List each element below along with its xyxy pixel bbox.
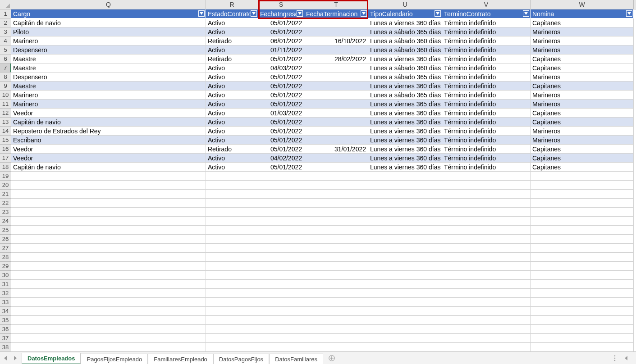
cell-S6[interactable]: 05/01/2022 [258, 55, 304, 64]
cell-Q35[interactable] [11, 316, 206, 325]
cell-W3[interactable]: Marineros [531, 27, 634, 36]
cell-R30[interactable] [206, 271, 258, 280]
cell-Q13[interactable]: Capitán de navío [11, 118, 206, 127]
row-header-28[interactable]: 28 [0, 253, 11, 262]
cell-T17[interactable] [304, 154, 368, 163]
cell-U36[interactable] [368, 325, 442, 334]
cell-V4[interactable]: Término indefinido [442, 36, 531, 46]
cell-W28[interactable] [531, 253, 634, 262]
cell-U9[interactable]: Lunes a viernes 360 días [368, 82, 442, 91]
cell-R13[interactable]: Activo [206, 118, 258, 127]
row-header-13[interactable]: 13 [0, 118, 11, 127]
cell-V8[interactable]: Término indefinido [442, 73, 531, 82]
cell-W19[interactable] [531, 172, 634, 181]
row-header-15[interactable]: 15 [0, 136, 11, 145]
cell-R2[interactable]: Activo [206, 18, 258, 27]
row-header-19[interactable]: 19 [0, 172, 11, 181]
cell-W17[interactable]: Capitanes [531, 154, 634, 163]
filter-dropdown-icon[interactable] [435, 10, 441, 17]
cell-V22[interactable] [442, 199, 531, 208]
row-header-2[interactable]: 2 [0, 18, 11, 27]
cell-W24[interactable] [531, 217, 634, 226]
cell-T34[interactable] [304, 307, 368, 316]
row-header-22[interactable]: 22 [0, 199, 11, 208]
cell-V34[interactable] [442, 307, 531, 316]
cell-U31[interactable] [368, 280, 442, 289]
cell-W12[interactable]: Capitanes [531, 109, 634, 118]
cell-R37[interactable] [206, 334, 258, 343]
filter-dropdown-icon[interactable] [251, 10, 257, 17]
row-header-25[interactable]: 25 [0, 226, 11, 235]
col-header-V[interactable]: V [442, 0, 531, 9]
cell-T30[interactable] [304, 271, 368, 280]
cell-U17[interactable]: Lunes a viernes 360 días [368, 154, 442, 163]
cell-R21[interactable] [206, 190, 258, 199]
cell-S14[interactable]: 05/01/2022 [258, 127, 304, 136]
cell-S35[interactable] [258, 316, 304, 325]
row-header-14[interactable]: 14 [0, 127, 11, 136]
row-header-21[interactable]: 21 [0, 190, 11, 199]
row-header-31[interactable]: 31 [0, 280, 11, 289]
cell-U29[interactable] [368, 262, 442, 271]
cell-W22[interactable] [531, 199, 634, 208]
cell-T2[interactable] [304, 18, 368, 27]
col-header-R[interactable]: R [206, 0, 258, 9]
row-header-33[interactable]: 33 [0, 298, 11, 307]
cell-T13[interactable] [304, 118, 368, 127]
cell-V23[interactable] [442, 208, 531, 217]
cell-Q4[interactable]: Marinero [11, 36, 206, 46]
cell-T4[interactable]: 16/10/2022 [304, 36, 368, 46]
cell-R6[interactable]: Retirado [206, 55, 258, 64]
cell-V29[interactable] [442, 262, 531, 271]
cell-R22[interactable] [206, 199, 258, 208]
cell-S9[interactable]: 05/01/2022 [258, 82, 304, 91]
cell-R7[interactable]: Activo [206, 64, 258, 73]
cell-W9[interactable]: Capitanes [531, 82, 634, 91]
row-header-5[interactable]: 5 [0, 46, 11, 55]
cell-R28[interactable] [206, 253, 258, 262]
cell-R18[interactable]: Activo [206, 163, 258, 172]
cell-T22[interactable] [304, 199, 368, 208]
cell-T29[interactable] [304, 262, 368, 271]
filter-dropdown-icon[interactable] [523, 10, 529, 17]
cell-U28[interactable] [368, 253, 442, 262]
cell-R16[interactable]: Retirado [206, 145, 258, 154]
cell-T3[interactable] [304, 27, 368, 36]
cell-S16[interactable]: 05/01/2022 [258, 145, 304, 154]
row-header-17[interactable]: 17 [0, 154, 11, 163]
cell-T33[interactable] [304, 298, 368, 307]
row-header-34[interactable]: 34 [0, 307, 11, 316]
cell-U3[interactable]: Lunes a sábado 365 días [368, 27, 442, 36]
cell-R35[interactable] [206, 316, 258, 325]
cell-W15[interactable]: Marineros [531, 136, 634, 145]
cell-T8[interactable] [304, 73, 368, 82]
cell-V32[interactable] [442, 289, 531, 298]
cell-U26[interactable] [368, 235, 442, 244]
row-header-6[interactable]: 6 [0, 55, 11, 64]
cell-S17[interactable]: 04/02/2022 [258, 154, 304, 163]
cell-T18[interactable] [304, 163, 368, 172]
cell-U4[interactable]: Lunes a sábado 360 días [368, 36, 442, 46]
row-header-10[interactable]: 10 [0, 91, 11, 100]
cell-R33[interactable] [206, 298, 258, 307]
cell-U37[interactable] [368, 334, 442, 343]
tab-options-icon[interactable] [611, 354, 619, 362]
cell-V25[interactable] [442, 226, 531, 235]
cell-S31[interactable] [258, 280, 304, 289]
cell-Q18[interactable]: Capitán de navío [11, 163, 206, 172]
cell-Q5[interactable]: Despensero [11, 46, 206, 55]
row-header-26[interactable]: 26 [0, 235, 11, 244]
cell-T16[interactable]: 31/01/2022 [304, 145, 368, 154]
cell-S26[interactable] [258, 235, 304, 244]
cell-V12[interactable]: Término indefinido [442, 109, 531, 118]
row-header-8[interactable]: 8 [0, 73, 11, 82]
cell-W29[interactable] [531, 262, 634, 271]
table-header-S[interactable]: FechaIngreso [258, 9, 304, 18]
cell-V3[interactable]: Término indefinido [442, 27, 531, 36]
cell-U10[interactable]: Lunes a sábado 365 días [368, 91, 442, 100]
cell-U11[interactable]: Lunes a viernes 365 días [368, 100, 442, 109]
cell-Q9[interactable]: Maestre [11, 82, 206, 91]
cell-V24[interactable] [442, 217, 531, 226]
cell-W8[interactable]: Marineros [531, 73, 634, 82]
cell-W20[interactable] [531, 181, 634, 190]
